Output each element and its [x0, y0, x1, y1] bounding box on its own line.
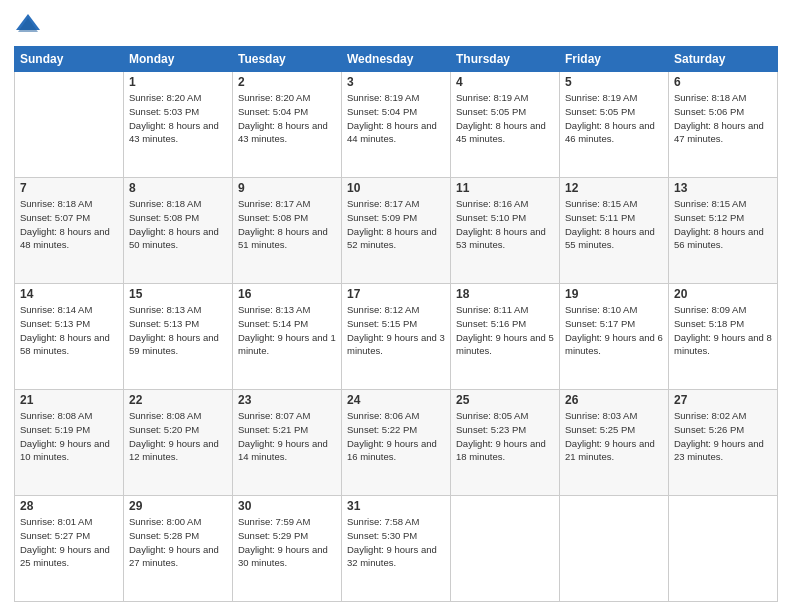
day-cell: 16Sunrise: 8:13 AMSunset: 5:14 PMDayligh…: [233, 284, 342, 390]
day-number: 24: [347, 393, 445, 407]
day-info: Sunrise: 8:19 AMSunset: 5:04 PMDaylight:…: [347, 91, 445, 146]
day-cell: 21Sunrise: 8:08 AMSunset: 5:19 PMDayligh…: [15, 390, 124, 496]
day-info: Sunrise: 8:09 AMSunset: 5:18 PMDaylight:…: [674, 303, 772, 358]
day-number: 18: [456, 287, 554, 301]
day-number: 27: [674, 393, 772, 407]
day-cell: 18Sunrise: 8:11 AMSunset: 5:16 PMDayligh…: [451, 284, 560, 390]
day-cell: 19Sunrise: 8:10 AMSunset: 5:17 PMDayligh…: [560, 284, 669, 390]
day-number: 28: [20, 499, 118, 513]
col-header-wednesday: Wednesday: [342, 47, 451, 72]
day-info: Sunrise: 8:05 AMSunset: 5:23 PMDaylight:…: [456, 409, 554, 464]
day-number: 30: [238, 499, 336, 513]
day-cell: 25Sunrise: 8:05 AMSunset: 5:23 PMDayligh…: [451, 390, 560, 496]
day-info: Sunrise: 8:17 AMSunset: 5:09 PMDaylight:…: [347, 197, 445, 252]
day-info: Sunrise: 8:19 AMSunset: 5:05 PMDaylight:…: [565, 91, 663, 146]
day-cell: 27Sunrise: 8:02 AMSunset: 5:26 PMDayligh…: [669, 390, 778, 496]
day-cell: 17Sunrise: 8:12 AMSunset: 5:15 PMDayligh…: [342, 284, 451, 390]
day-info: Sunrise: 8:18 AMSunset: 5:08 PMDaylight:…: [129, 197, 227, 252]
day-cell: 30Sunrise: 7:59 AMSunset: 5:29 PMDayligh…: [233, 496, 342, 602]
header: [14, 10, 778, 38]
day-number: 7: [20, 181, 118, 195]
day-number: 17: [347, 287, 445, 301]
day-info: Sunrise: 7:58 AMSunset: 5:30 PMDaylight:…: [347, 515, 445, 570]
day-number: 15: [129, 287, 227, 301]
day-number: 23: [238, 393, 336, 407]
day-cell: 6Sunrise: 8:18 AMSunset: 5:06 PMDaylight…: [669, 72, 778, 178]
day-cell: 10Sunrise: 8:17 AMSunset: 5:09 PMDayligh…: [342, 178, 451, 284]
week-row-1: 1Sunrise: 8:20 AMSunset: 5:03 PMDaylight…: [15, 72, 778, 178]
calendar-table: SundayMondayTuesdayWednesdayThursdayFrid…: [14, 46, 778, 602]
day-cell: 11Sunrise: 8:16 AMSunset: 5:10 PMDayligh…: [451, 178, 560, 284]
day-info: Sunrise: 8:18 AMSunset: 5:07 PMDaylight:…: [20, 197, 118, 252]
day-info: Sunrise: 8:13 AMSunset: 5:14 PMDaylight:…: [238, 303, 336, 358]
day-cell: 29Sunrise: 8:00 AMSunset: 5:28 PMDayligh…: [124, 496, 233, 602]
day-cell: 28Sunrise: 8:01 AMSunset: 5:27 PMDayligh…: [15, 496, 124, 602]
day-number: 14: [20, 287, 118, 301]
day-number: 4: [456, 75, 554, 89]
day-number: 29: [129, 499, 227, 513]
day-number: 22: [129, 393, 227, 407]
day-info: Sunrise: 8:01 AMSunset: 5:27 PMDaylight:…: [20, 515, 118, 570]
day-info: Sunrise: 8:20 AMSunset: 5:04 PMDaylight:…: [238, 91, 336, 146]
day-cell: 22Sunrise: 8:08 AMSunset: 5:20 PMDayligh…: [124, 390, 233, 496]
day-info: Sunrise: 8:11 AMSunset: 5:16 PMDaylight:…: [456, 303, 554, 358]
day-cell: [669, 496, 778, 602]
day-cell: 14Sunrise: 8:14 AMSunset: 5:13 PMDayligh…: [15, 284, 124, 390]
col-header-saturday: Saturday: [669, 47, 778, 72]
day-cell: 23Sunrise: 8:07 AMSunset: 5:21 PMDayligh…: [233, 390, 342, 496]
day-cell: [451, 496, 560, 602]
col-header-sunday: Sunday: [15, 47, 124, 72]
day-number: 8: [129, 181, 227, 195]
day-info: Sunrise: 8:03 AMSunset: 5:25 PMDaylight:…: [565, 409, 663, 464]
page: SundayMondayTuesdayWednesdayThursdayFrid…: [0, 0, 792, 612]
day-cell: 24Sunrise: 8:06 AMSunset: 5:22 PMDayligh…: [342, 390, 451, 496]
day-info: Sunrise: 8:00 AMSunset: 5:28 PMDaylight:…: [129, 515, 227, 570]
day-info: Sunrise: 8:08 AMSunset: 5:20 PMDaylight:…: [129, 409, 227, 464]
day-cell: 1Sunrise: 8:20 AMSunset: 5:03 PMDaylight…: [124, 72, 233, 178]
col-header-friday: Friday: [560, 47, 669, 72]
day-cell: [560, 496, 669, 602]
day-number: 16: [238, 287, 336, 301]
day-number: 20: [674, 287, 772, 301]
day-info: Sunrise: 8:02 AMSunset: 5:26 PMDaylight:…: [674, 409, 772, 464]
day-number: 9: [238, 181, 336, 195]
logo-icon: [14, 10, 42, 38]
week-row-5: 28Sunrise: 8:01 AMSunset: 5:27 PMDayligh…: [15, 496, 778, 602]
day-number: 5: [565, 75, 663, 89]
day-cell: 4Sunrise: 8:19 AMSunset: 5:05 PMDaylight…: [451, 72, 560, 178]
day-info: Sunrise: 8:10 AMSunset: 5:17 PMDaylight:…: [565, 303, 663, 358]
day-cell: 26Sunrise: 8:03 AMSunset: 5:25 PMDayligh…: [560, 390, 669, 496]
day-info: Sunrise: 7:59 AMSunset: 5:29 PMDaylight:…: [238, 515, 336, 570]
day-cell: 12Sunrise: 8:15 AMSunset: 5:11 PMDayligh…: [560, 178, 669, 284]
day-cell: 13Sunrise: 8:15 AMSunset: 5:12 PMDayligh…: [669, 178, 778, 284]
day-cell: 9Sunrise: 8:17 AMSunset: 5:08 PMDaylight…: [233, 178, 342, 284]
week-row-2: 7Sunrise: 8:18 AMSunset: 5:07 PMDaylight…: [15, 178, 778, 284]
col-header-thursday: Thursday: [451, 47, 560, 72]
day-cell: 3Sunrise: 8:19 AMSunset: 5:04 PMDaylight…: [342, 72, 451, 178]
logo: [14, 10, 46, 38]
day-cell: [15, 72, 124, 178]
day-number: 21: [20, 393, 118, 407]
day-cell: 20Sunrise: 8:09 AMSunset: 5:18 PMDayligh…: [669, 284, 778, 390]
calendar-header-row: SundayMondayTuesdayWednesdayThursdayFrid…: [15, 47, 778, 72]
day-cell: 15Sunrise: 8:13 AMSunset: 5:13 PMDayligh…: [124, 284, 233, 390]
day-info: Sunrise: 8:15 AMSunset: 5:12 PMDaylight:…: [674, 197, 772, 252]
day-number: 10: [347, 181, 445, 195]
day-number: 25: [456, 393, 554, 407]
day-cell: 31Sunrise: 7:58 AMSunset: 5:30 PMDayligh…: [342, 496, 451, 602]
day-info: Sunrise: 8:06 AMSunset: 5:22 PMDaylight:…: [347, 409, 445, 464]
day-cell: 7Sunrise: 8:18 AMSunset: 5:07 PMDaylight…: [15, 178, 124, 284]
day-info: Sunrise: 8:16 AMSunset: 5:10 PMDaylight:…: [456, 197, 554, 252]
day-number: 12: [565, 181, 663, 195]
day-number: 31: [347, 499, 445, 513]
day-info: Sunrise: 8:08 AMSunset: 5:19 PMDaylight:…: [20, 409, 118, 464]
day-cell: 5Sunrise: 8:19 AMSunset: 5:05 PMDaylight…: [560, 72, 669, 178]
week-row-4: 21Sunrise: 8:08 AMSunset: 5:19 PMDayligh…: [15, 390, 778, 496]
day-info: Sunrise: 8:19 AMSunset: 5:05 PMDaylight:…: [456, 91, 554, 146]
day-cell: 8Sunrise: 8:18 AMSunset: 5:08 PMDaylight…: [124, 178, 233, 284]
day-info: Sunrise: 8:20 AMSunset: 5:03 PMDaylight:…: [129, 91, 227, 146]
day-info: Sunrise: 8:17 AMSunset: 5:08 PMDaylight:…: [238, 197, 336, 252]
day-number: 1: [129, 75, 227, 89]
day-cell: 2Sunrise: 8:20 AMSunset: 5:04 PMDaylight…: [233, 72, 342, 178]
day-number: 19: [565, 287, 663, 301]
